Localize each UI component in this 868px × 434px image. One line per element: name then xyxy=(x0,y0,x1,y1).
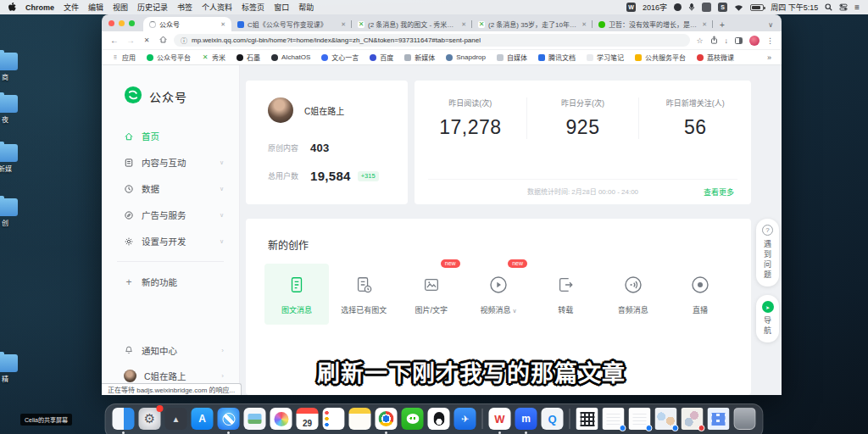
sidebar-item-notifications[interactable]: 通知中心 › xyxy=(102,337,239,363)
creation-item-video[interactable]: new 视频消息∨ xyxy=(466,264,531,325)
bookmark-aichatos[interactable]: AIchatOS xyxy=(271,53,310,61)
close-tab-icon[interactable]: ✕ xyxy=(702,21,707,28)
bookmark-zimedia-folder[interactable]: 自媒体 xyxy=(497,53,527,62)
status-circle-icon[interactable] xyxy=(674,3,682,11)
menu-window[interactable]: 窗口 xyxy=(274,2,289,13)
desktop-folder-1[interactable]: 商 xyxy=(0,53,22,81)
creation-item-existing-article[interactable]: 选择已有图文 xyxy=(331,264,396,325)
bookmark-mp-platform[interactable]: 公众号平台 xyxy=(147,53,191,62)
navigation-button[interactable]: ➤ 导航 xyxy=(756,295,779,342)
tab-search-chevron-icon[interactable]: ∨ xyxy=(768,21,773,29)
close-tab-icon[interactable]: ✕ xyxy=(581,21,587,28)
dock-qr-code-window[interactable] xyxy=(576,408,598,430)
dock-notes[interactable] xyxy=(349,408,371,430)
creation-item-repost[interactable]: 转载 xyxy=(533,264,598,325)
menubar-clock[interactable]: 周四 下午5:15 xyxy=(771,2,818,13)
minimize-window-button[interactable] xyxy=(119,20,125,26)
spotlight-search-icon[interactable] xyxy=(825,3,832,11)
dock-safari[interactable] xyxy=(218,408,240,430)
desktop-folder-3[interactable]: 新媒 xyxy=(0,144,22,173)
tab-xiumi-2[interactable]: ✕ (2 条消息) 35岁，走了10年弯… ✕ xyxy=(472,17,593,31)
bookmark-baidu[interactable]: 百度 xyxy=(370,53,393,62)
menu-history[interactable]: 历史记录 xyxy=(137,2,168,13)
sidebar-item-settings[interactable]: 设置与开发 ∨ xyxy=(102,228,239,254)
menu-view[interactable]: 视图 xyxy=(113,2,128,13)
dock-wps[interactable]: W xyxy=(489,408,511,430)
address-bar[interactable]: ⓘ mp.weixin.qq.com/cgi-bin/home?t=home/i… xyxy=(174,34,690,47)
menu-chrome[interactable]: Chrome xyxy=(25,3,54,12)
close-window-button[interactable] xyxy=(108,20,114,26)
bookmark-public-service[interactable]: 公共服务平台 xyxy=(635,53,686,62)
back-icon[interactable]: ← xyxy=(109,36,120,45)
bookmark-apps[interactable]: ⠿应用 xyxy=(112,53,136,62)
bookmark-lizhi[interactable]: 荔枝微课 xyxy=(697,53,734,62)
help-button[interactable]: ? 遇到问题 xyxy=(756,219,779,287)
profile-avatar[interactable] xyxy=(749,36,760,46)
bookmark-newmedia-folder[interactable]: 新媒体 xyxy=(404,53,435,62)
screen-record-icon[interactable] xyxy=(702,3,711,12)
dock-app-store[interactable]: A xyxy=(192,408,214,430)
url-text[interactable]: mp.weixin.qq.com/cgi-bin/home?t=home/ind… xyxy=(192,36,481,44)
dock-document-window[interactable] xyxy=(629,408,651,430)
sidebar-item-home[interactable]: 首页 xyxy=(102,123,239,149)
bookmark-star-icon[interactable]: ☆ xyxy=(696,36,703,45)
dock-chrome[interactable] xyxy=(376,408,398,430)
bookmark-tencent-docs[interactable]: 腾讯文档 xyxy=(538,53,576,62)
new-tab-button[interactable]: + xyxy=(716,19,728,31)
close-tab-icon[interactable]: ✕ xyxy=(461,21,466,28)
dock-screenshot-window[interactable] xyxy=(682,408,704,430)
close-tab-icon[interactable]: ✕ xyxy=(220,21,225,28)
downloads-icon[interactable]: ↓ xyxy=(725,36,729,45)
bookmark-shimo[interactable]: 石墨 xyxy=(236,53,260,62)
bookmark-xiumi[interactable]: ✕秀米 xyxy=(202,53,225,62)
apple-icon[interactable] xyxy=(8,3,16,12)
bookmark-wenxin[interactable]: 文心一言 xyxy=(321,53,359,62)
control-center-icon[interactable] xyxy=(839,3,848,11)
dock-trash[interactable] xyxy=(734,408,756,430)
bookmark-snapdrop[interactable]: Snapdrop xyxy=(446,53,486,61)
tab-gongzhonghao[interactable]: 公众号 ✕ xyxy=(143,17,231,31)
desktop-folder-5[interactable]: 精 xyxy=(0,354,22,383)
split-view-icon[interactable] xyxy=(735,37,743,44)
creation-item-article[interactable]: 图文消息 xyxy=(264,264,329,325)
tab-weizhe-article[interactable]: 卫哲：没有效率的增长，是在… ✕ xyxy=(593,17,713,31)
list-menu-icon[interactable]: ≡ xyxy=(854,3,860,12)
tab-course[interactable]: C姐《公众号写作变现课》 ✕ xyxy=(231,17,352,31)
sidebar-item-content[interactable]: 内容与互动 ∨ xyxy=(102,149,239,175)
zoom-window-button[interactable] xyxy=(129,20,135,26)
share-icon[interactable] xyxy=(710,36,718,46)
dock-preview[interactable] xyxy=(244,408,266,430)
creation-item-live[interactable]: 直播 xyxy=(668,264,732,325)
dock-qq[interactable] xyxy=(428,408,450,430)
sidebar-item-data[interactable]: 数据 ∨ xyxy=(102,175,239,202)
chrome-menu-icon[interactable]: ⋮ xyxy=(766,36,774,45)
dock-document-window[interactable] xyxy=(603,408,625,430)
dock-photos[interactable] xyxy=(270,408,292,430)
dock-launchpad[interactable]: ▲ xyxy=(165,408,187,430)
menu-profiles[interactable]: 个人资料 xyxy=(202,2,232,13)
stop-loading-icon[interactable]: ✕ xyxy=(142,36,152,44)
menu-edit[interactable]: 编辑 xyxy=(88,2,103,13)
sidebar-item-new-features[interactable]: + 新的功能 xyxy=(102,269,239,295)
view-more-link[interactable]: 查看更多 xyxy=(704,186,734,198)
creation-item-audio[interactable]: 音频消息 xyxy=(601,264,665,325)
desktop-folder-2[interactable]: 夜 xyxy=(0,95,22,124)
bookmarks-overflow-icon[interactable]: » xyxy=(767,53,771,62)
forward-icon[interactable]: → xyxy=(125,36,136,45)
dock-wechat[interactable] xyxy=(402,408,424,430)
tab-xiumi-1[interactable]: ✕ (2 条消息) 我的图文 - 秀米XIU ✕ xyxy=(352,17,472,31)
dock-quicktime[interactable]: Q xyxy=(542,408,564,430)
close-tab-icon[interactable]: ✕ xyxy=(341,21,346,28)
s-app-icon[interactable]: S xyxy=(718,3,727,12)
desktop-folder-4[interactable]: 创 xyxy=(0,198,22,227)
account-avatar[interactable] xyxy=(268,97,293,123)
home-icon[interactable] xyxy=(158,35,168,46)
dock-finder[interactable] xyxy=(113,408,135,430)
menu-help[interactable]: 帮助 xyxy=(298,2,314,13)
dock-screenshot-window[interactable] xyxy=(655,408,677,430)
dock-system-settings[interactable]: ⚙ xyxy=(139,408,161,430)
menu-tabs[interactable]: 标签页 xyxy=(242,2,264,13)
dock-blue-bird-app[interactable]: ✈ xyxy=(454,408,476,430)
dock-calendar[interactable]: 29 xyxy=(297,408,319,430)
bookmark-study-notes[interactable]: 学习笔记 xyxy=(587,53,624,62)
